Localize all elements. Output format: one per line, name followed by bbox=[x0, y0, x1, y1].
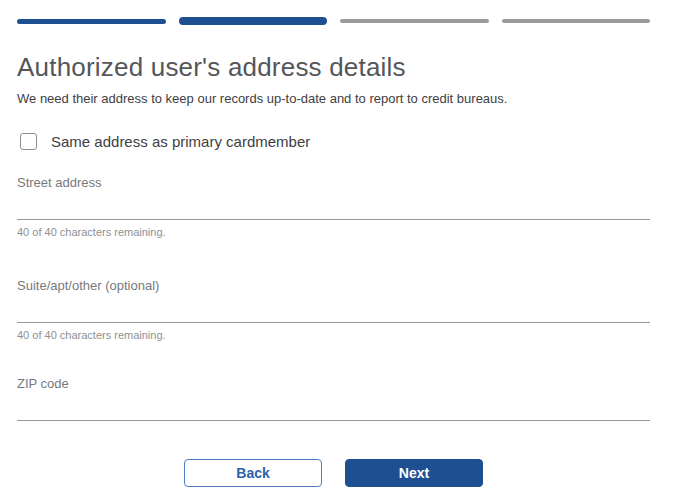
form-actions: Back Next bbox=[17, 459, 650, 487]
zip-code-label: ZIP code bbox=[17, 376, 69, 391]
suite-apt-input[interactable] bbox=[17, 294, 650, 323]
back-button[interactable]: Back bbox=[184, 459, 322, 487]
suite-apt-label: Suite/apt/other (optional) bbox=[17, 278, 159, 293]
zip-code-field-group: ZIP code bbox=[17, 374, 650, 421]
same-address-checkbox-label: Same address as primary cardmember bbox=[51, 133, 310, 150]
street-address-helper: 40 of 40 characters remaining. bbox=[17, 226, 650, 238]
address-details-page: Authorized user's address details We nee… bbox=[0, 0, 685, 500]
progress-step-3 bbox=[340, 19, 489, 23]
zip-code-input[interactable] bbox=[17, 392, 650, 421]
progress-bar bbox=[17, 17, 650, 25]
page-title: Authorized user's address details bbox=[17, 52, 650, 83]
progress-step-2 bbox=[179, 17, 328, 25]
progress-step-4 bbox=[502, 19, 651, 23]
progress-step-1 bbox=[17, 19, 166, 24]
street-address-field-group: Street address 40 of 40 characters remai… bbox=[17, 173, 650, 238]
suite-apt-field-group: Suite/apt/other (optional) 40 of 40 char… bbox=[17, 276, 650, 341]
street-address-input[interactable] bbox=[17, 191, 650, 220]
same-address-checkbox-row[interactable]: Same address as primary cardmember bbox=[17, 133, 650, 150]
suite-apt-helper: 40 of 40 characters remaining. bbox=[17, 329, 650, 341]
street-address-label: Street address bbox=[17, 175, 102, 190]
same-address-checkbox[interactable] bbox=[20, 133, 37, 150]
page-subtitle: We need their address to keep our record… bbox=[17, 91, 650, 106]
next-button[interactable]: Next bbox=[345, 459, 483, 487]
